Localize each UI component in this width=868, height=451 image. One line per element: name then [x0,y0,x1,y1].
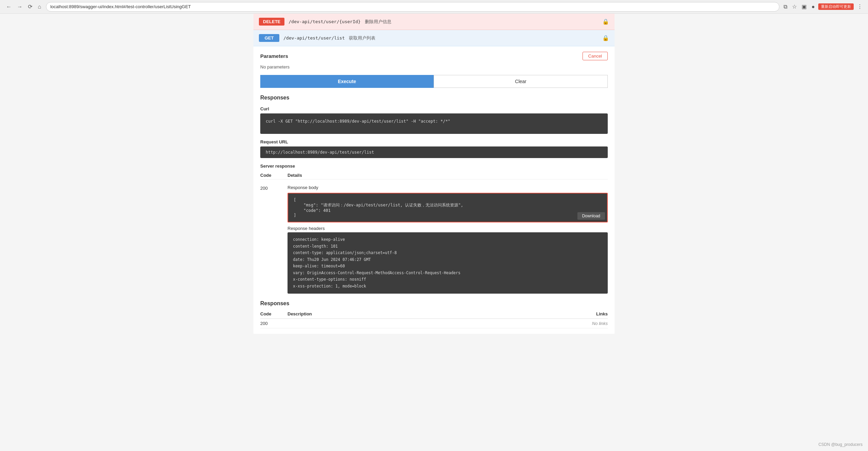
resp-row-links: No links [567,321,608,326]
response-body-box: [ "msg": "请求访问：/dev-api/test/user/list, … [288,193,608,222]
get-description: 获取用户列表 [349,35,375,41]
responses-title: Responses [260,95,608,101]
parameters-header: Parameters Cancel [260,52,608,60]
panel: Parameters Cancel No parameters Execute … [253,46,615,334]
delete-row: DELETE /dev-api/test/user/{userId} 删除用户信… [253,14,615,30]
bottom-responses-title: Responses [260,300,608,307]
extensions-icon[interactable]: ▣ [800,3,808,11]
curl-command: curl -X GET "http://localhost:8989/dev-a… [260,113,608,134]
code-column-header: Code [260,173,288,178]
resp-row-desc [288,321,567,326]
delete-path: /dev-api/test/user/{userId} [289,19,360,24]
resp-links-header: Links [567,311,608,316]
download-button[interactable]: Download [577,212,605,220]
details-column-header: Details [288,173,608,178]
clear-button[interactable]: Clear [434,75,608,88]
get-badge: GET [259,34,279,42]
response-row-200: 200 Response body [ "msg": "请求访问：/dev-ap… [260,182,608,300]
server-response-title: Server response [260,164,608,169]
browser-chrome: ← → ⟳ ⌂ ⧉ ☆ ▣ ● 重新启动即可更新 ⋮ [0,0,868,14]
reload-button[interactable]: ⟳ [26,3,34,11]
back-button[interactable]: ← [4,3,14,11]
curl-label: Curl [260,106,608,111]
request-url-value: http://localhost:8989/dev-api/test/user/… [260,146,608,158]
get-path: /dev-api/test/user/list [283,35,345,41]
response-body-content: [ "msg": "请求访问：/dev-api/test/user/list, … [294,198,602,218]
response-details: Response body [ "msg": "请求访问：/dev-api/te… [288,182,608,300]
delete-badge: DELETE [259,18,284,26]
response-body-container: [ "msg": "请求访问：/dev-api/test/user/list, … [288,193,608,222]
lock-icon: 🔒 [602,18,609,25]
response-headers-label: Response headers [288,226,608,231]
menu-icon[interactable]: ⋮ [856,3,864,11]
main-content: DELETE /dev-api/test/user/{userId} 删除用户信… [253,14,615,334]
profile-icon[interactable]: ● [810,3,816,11]
translate-icon[interactable]: ⧉ [782,3,789,11]
response-headers-block: connection: keep-alive content-length: 1… [288,232,608,294]
execute-button[interactable]: Execute [260,75,434,88]
resp-table-row-200: 200 No links [260,319,608,328]
request-url-label: Request URL [260,139,608,144]
no-parameters-text: No parameters [260,64,608,69]
browser-icons: ⧉ ☆ ▣ ● 重新启动即可更新 ⋮ [782,3,864,11]
parameters-title: Parameters [260,53,288,59]
nav-buttons: ← → ⟳ ⌂ [4,3,43,11]
home-button[interactable]: ⌂ [36,3,43,11]
resp-desc-header: Description [288,311,567,316]
action-bar: Execute Clear [260,75,608,88]
response-table-header: Code Details [260,171,608,180]
forward-button[interactable]: → [15,3,25,11]
resp-row-code: 200 [260,321,288,326]
restart-badge: 重新启动即可更新 [818,3,854,10]
get-row: GET /dev-api/test/user/list 获取用户列表 🔒 [253,30,615,46]
bookmark-icon[interactable]: ☆ [791,3,798,11]
response-headers-content: connection: keep-alive content-length: 1… [293,236,602,290]
response-body-label: Response body [288,182,608,191]
resp-table-header: Code Description Links [260,309,608,319]
response-code-200: 200 [260,182,288,191]
address-bar[interactable] [46,2,780,12]
delete-description: 删除用户信息 [365,19,391,25]
get-lock-icon: 🔒 [602,35,609,41]
cancel-button[interactable]: Cancel [583,52,608,60]
resp-code-header: Code [260,311,288,316]
